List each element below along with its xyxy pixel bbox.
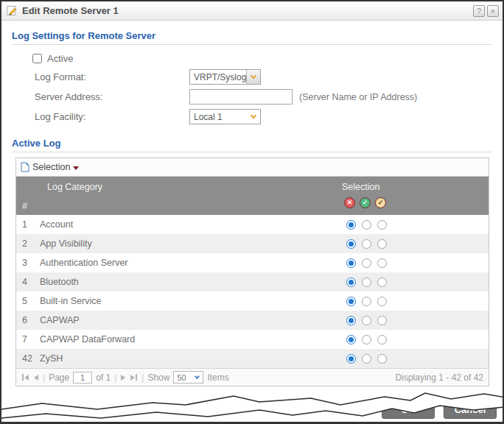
table-row: 2 App Visibility [16,234,489,253]
close-button[interactable]: × [487,5,499,17]
displaying-status: Displaying 1 - 42 of 42 [396,372,483,383]
radio-debug-log[interactable] [377,297,387,306]
radio-disable[interactable] [346,258,356,268]
radio-normal-log[interactable] [362,220,371,230]
dropdown-button[interactable] [246,110,260,124]
radio-normal-log[interactable] [362,335,371,344]
selection-menu-button[interactable]: Selection [21,162,79,172]
table-rows: 1 Account 2 App Visibility 3 [16,215,489,368]
enable-normal-all-icon[interactable]: ✓ [360,197,371,208]
row-number: 1 [16,219,40,230]
first-page-button[interactable] [21,374,29,381]
separator: | [114,372,116,383]
row-number: 42 [16,353,40,364]
ok-button[interactable]: OK [382,400,435,419]
radio-disable[interactable] [346,354,356,364]
radio-disable[interactable] [346,335,356,344]
log-format-label: Log Format: [35,71,189,82]
radio-normal-log[interactable] [362,278,371,287]
row-category: ZySH [40,353,489,364]
server-address-input[interactable] [189,89,293,105]
row-category: Authentication Server [40,258,489,268]
disable-all-icon[interactable]: ✕ [344,197,355,208]
edit-remote-server-dialog: Edit Remote Server 1 ? × Log Settings fo… [0,0,504,424]
radio-debug-log[interactable] [377,258,387,268]
table-row: 7 CAPWAP DataForward [16,330,489,349]
log-settings-section-title: Log Settings for Remote Server [12,30,492,41]
row-category: App Visibility [40,239,489,249]
table-row: 3 Authentication Server [16,253,489,272]
last-page-button[interactable] [130,374,138,381]
dialog-titlebar: Edit Remote Server 1 ? × [1,1,503,21]
table-row: 1 Account [16,215,489,234]
row-category: CAPWAP [40,315,489,325]
radio-disable[interactable] [346,278,356,287]
selection-column-header: Selection [342,182,379,192]
active-label: Active [47,53,73,64]
items-label: Items [207,372,228,383]
radio-debug-log[interactable] [377,316,387,325]
active-log-table: Selection Log Category # Selection ✕ ✓ ✓… [15,158,489,386]
chevron-down-icon [251,72,256,78]
radio-disable[interactable] [346,297,356,306]
radio-normal-log[interactable] [362,316,371,325]
selection-menu-label: Selection [32,162,70,172]
log-facility-label: Log Facility: [35,111,189,122]
next-page-button[interactable] [120,375,126,381]
table-row: 5 Built-in Service [16,292,489,311]
caret-down-icon [73,166,79,170]
radio-normal-log[interactable] [362,239,371,249]
section-divider [12,152,492,152]
page-icon [21,162,29,172]
radio-debug-log[interactable] [377,335,387,344]
row-number: 2 [16,239,40,249]
server-address-hint: (Server Name or IP Address) [299,92,417,102]
row-category: Account [40,219,489,230]
table-row: 4 Bluetooth [16,272,489,292]
log-format-value: VRPT/Syslog [190,70,246,84]
dropdown-button[interactable] [246,70,260,84]
separator: | [141,372,144,383]
row-number: 4 [16,277,40,287]
server-address-label: Server Address: [35,91,189,102]
log-facility-select[interactable]: Local 1 [189,109,261,124]
show-count-value: 50 [174,373,193,382]
radio-normal-log[interactable] [362,354,371,364]
row-number: 3 [16,258,40,268]
row-number: 5 [16,296,40,306]
radio-disable[interactable] [346,316,356,325]
active-log-section-title: Active Log [12,138,492,149]
chevron-down-icon [195,374,200,379]
number-column-header: # [22,201,27,211]
log-format-select[interactable]: VRPT/Syslog [189,69,261,85]
table-header: Log Category # Selection ✕ ✓ ✓ [16,177,489,215]
pagination-bar: | Page of 1 | | Show 50 Items Displaying… [16,368,489,386]
log-facility-value: Local 1 [190,110,246,124]
radio-normal-log[interactable] [362,297,371,306]
section-divider [12,44,492,45]
row-number: 6 [16,315,40,325]
table-toolbar: Selection [16,158,489,177]
show-count-select[interactable]: 50 [173,371,203,384]
help-button[interactable]: ? [473,5,485,17]
prev-page-button[interactable] [33,375,39,381]
cancel-button[interactable]: Cancel [444,400,497,419]
dialog-title: Edit Remote Server 1 [22,5,119,16]
page-label: Page [49,372,69,383]
radio-debug-log[interactable] [377,354,387,364]
radio-normal-log[interactable] [362,258,371,268]
radio-debug-log[interactable] [377,239,387,249]
radio-disable[interactable] [346,239,356,249]
row-category: Built-in Service [40,296,489,306]
page-number-input[interactable] [73,372,92,384]
table-row: 42 ZySH [16,349,489,368]
page-of-label: of 1 [96,372,111,383]
row-category: CAPWAP DataForward [40,334,489,344]
radio-debug-log[interactable] [377,278,387,287]
enable-debug-all-icon[interactable]: ✓ [375,197,386,208]
active-checkbox[interactable] [32,54,42,63]
separator: | [43,372,45,383]
radio-debug-log[interactable] [377,220,387,230]
chevron-down-icon [250,112,256,118]
radio-disable[interactable] [346,220,356,230]
